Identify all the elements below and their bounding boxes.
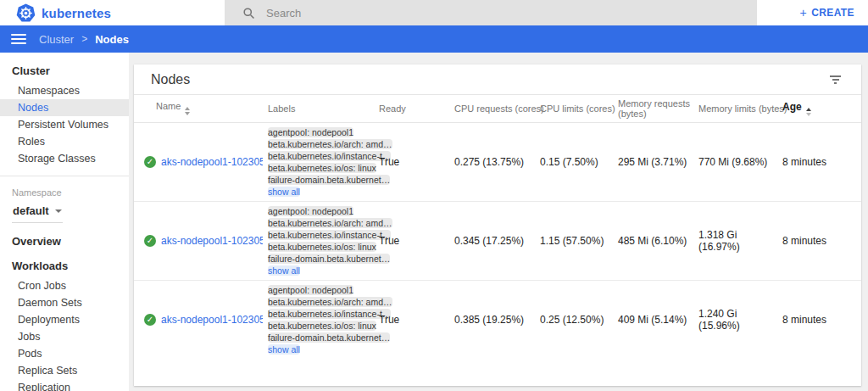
top-bar: kubernetes + CREATE bbox=[0, 0, 868, 25]
node-name-cell: ✓aks-nodepool1-10230590-vm… bbox=[134, 122, 268, 201]
sidebar-workloads-list: Cron JobsDaemon SetsDeploymentsJobsPodsR… bbox=[0, 277, 129, 391]
search-input[interactable] bbox=[266, 7, 673, 20]
sort-icon bbox=[806, 108, 811, 116]
show-all-button[interactable]: show all bbox=[268, 344, 300, 355]
status-ok-icon: ✓ bbox=[144, 235, 156, 247]
status-ok-icon: ✓ bbox=[144, 156, 156, 168]
hamburger-icon bbox=[11, 34, 26, 36]
node-labels-cell: agentpool: nodepool1beta.kubernetes.io/a… bbox=[268, 280, 379, 359]
node-memory-limits: 1.240 Gi (15.96%) bbox=[698, 280, 782, 359]
menu-button[interactable] bbox=[11, 31, 26, 47]
label-chip: beta.kubernetes.io/instance-t… bbox=[268, 309, 391, 319]
label-chip: failure-domain.beta.kubernet… bbox=[268, 332, 390, 343]
node-age: 8 minutes bbox=[782, 280, 861, 359]
node-name-cell: ✓aks-nodepool1-10230590-vm… bbox=[134, 201, 268, 280]
sidebar-item-persistent-volumes[interactable]: Persistent Volumes bbox=[0, 116, 129, 133]
sort-icon bbox=[185, 107, 190, 115]
node-memory-requests: 409 Mi (5.14%) bbox=[618, 280, 698, 359]
column-header-cpu-limits: CPU limits (cores) bbox=[540, 95, 618, 122]
column-header-ready: Ready bbox=[379, 95, 454, 122]
plus-icon: + bbox=[800, 8, 808, 18]
node-name-link[interactable]: aks-nodepool1-10230590-vm… bbox=[161, 156, 263, 168]
sidebar-item-replication-controllers[interactable]: Replication Controllers bbox=[0, 379, 129, 391]
sidebar: Cluster NamespacesNodesPersistent Volume… bbox=[0, 53, 129, 391]
nodes-table: Name Labels Ready CPU requests (cores) C… bbox=[134, 95, 861, 359]
sidebar-item-daemon-sets[interactable]: Daemon Sets bbox=[0, 294, 129, 311]
namespace-select[interactable]: default bbox=[12, 202, 63, 223]
sidebar-item-nodes[interactable]: Nodes bbox=[0, 99, 129, 116]
sidebar-item-roles[interactable]: Roles bbox=[0, 133, 129, 150]
node-ready: True bbox=[379, 201, 454, 280]
label-chip: beta.kubernetes.io/instance-t… bbox=[268, 151, 391, 161]
sidebar-item-storage-classes[interactable]: Storage Classes bbox=[0, 150, 129, 167]
breadcrumb-separator: > bbox=[81, 33, 87, 45]
content-area: Nodes Name Labels Ready bbox=[129, 53, 868, 391]
node-cpu-requests: 0.345 (17.25%) bbox=[454, 201, 540, 280]
kubernetes-helm-icon bbox=[16, 3, 36, 23]
node-cpu-requests: 0.275 (13.75%) bbox=[454, 122, 540, 201]
sidebar-item-pods[interactable]: Pods bbox=[0, 345, 129, 362]
column-header-memory-limits: Memory limits (bytes) bbox=[698, 95, 782, 122]
breadcrumb-bar: Cluster > Nodes bbox=[0, 25, 868, 53]
node-row: ✓aks-nodepool1-10230590-vm…agentpool: no… bbox=[134, 201, 861, 280]
kubernetes-logo[interactable]: kubernetes bbox=[0, 3, 111, 23]
label-chip: failure-domain.beta.kubernet… bbox=[268, 254, 390, 264]
node-age: 8 minutes bbox=[782, 201, 861, 280]
node-ready: True bbox=[379, 280, 454, 359]
sidebar-item-replica-sets[interactable]: Replica Sets bbox=[0, 362, 129, 379]
node-name-cell: ✓aks-nodepool1-10230590-vm… bbox=[134, 280, 268, 359]
node-labels-cell: agentpool: nodepool1beta.kubernetes.io/a… bbox=[268, 122, 379, 201]
nodes-card: Nodes Name Labels Ready bbox=[134, 64, 861, 386]
node-cpu-limits: 0.15 (7.50%) bbox=[540, 122, 618, 201]
sidebar-item-jobs[interactable]: Jobs bbox=[0, 328, 129, 345]
show-all-button[interactable]: show all bbox=[268, 187, 300, 197]
node-name-link[interactable]: aks-nodepool1-10230590-vm… bbox=[161, 314, 263, 326]
sidebar-item-cron-jobs[interactable]: Cron Jobs bbox=[0, 277, 129, 294]
node-row: ✓aks-nodepool1-10230590-vm…agentpool: no… bbox=[134, 280, 861, 359]
sidebar-header-workloads[interactable]: Workloads bbox=[0, 253, 129, 277]
chevron-down-icon bbox=[55, 209, 62, 213]
node-name-link[interactable]: aks-nodepool1-10230590-vm… bbox=[161, 235, 263, 247]
label-chip: beta.kubernetes.io/arch: amd… bbox=[268, 218, 392, 228]
filter-icon bbox=[830, 75, 841, 77]
node-cpu-limits: 1.15 (57.50%) bbox=[540, 201, 618, 280]
column-header-age[interactable]: Age bbox=[782, 95, 861, 122]
sidebar-item-deployments[interactable]: Deployments bbox=[0, 311, 129, 328]
card-header: Nodes bbox=[134, 64, 861, 95]
sidebar-item-namespaces[interactable]: Namespaces bbox=[0, 82, 129, 99]
search-bar[interactable] bbox=[225, 0, 757, 25]
page-title: Nodes bbox=[151, 72, 190, 87]
table-header-row: Name Labels Ready CPU requests (cores) C… bbox=[134, 95, 861, 122]
breadcrumb-parent[interactable]: Cluster bbox=[39, 33, 74, 46]
node-memory-requests: 485 Mi (6.10%) bbox=[618, 201, 698, 280]
show-all-button[interactable]: show all bbox=[268, 265, 300, 276]
label-chip: failure-domain.beta.kubernet… bbox=[268, 175, 390, 185]
node-memory-limits: 1.318 Gi (16.97%) bbox=[698, 201, 782, 280]
filter-button[interactable] bbox=[826, 70, 844, 89]
node-cpu-limits: 0.25 (12.50%) bbox=[540, 280, 618, 359]
node-memory-requests: 295 Mi (3.71%) bbox=[618, 122, 698, 201]
node-labels-cell: agentpool: nodepool1beta.kubernetes.io/a… bbox=[268, 201, 379, 280]
label-chip: agentpool: nodepool1 bbox=[268, 206, 353, 216]
search-icon bbox=[242, 7, 255, 20]
create-button[interactable]: + CREATE bbox=[800, 7, 854, 19]
column-header-name[interactable]: Name bbox=[134, 95, 268, 122]
node-age: 8 minutes bbox=[782, 122, 861, 201]
label-chip: agentpool: nodepool1 bbox=[268, 127, 353, 137]
namespace-value: default bbox=[13, 204, 49, 217]
label-chip: beta.kubernetes.io/os: linux bbox=[268, 242, 376, 252]
label-chip: agentpool: nodepool1 bbox=[268, 285, 353, 295]
label-chip: beta.kubernetes.io/arch: amd… bbox=[268, 297, 392, 307]
brand-name: kubernetes bbox=[42, 6, 111, 20]
breadcrumb-current: Nodes bbox=[95, 33, 129, 46]
column-header-labels: Labels bbox=[268, 95, 379, 122]
column-header-memory-requests: Memory requests (bytes) bbox=[618, 95, 698, 122]
create-button-label: CREATE bbox=[811, 7, 854, 19]
label-chip: beta.kubernetes.io/instance-t… bbox=[268, 230, 391, 240]
sidebar-header-cluster[interactable]: Cluster bbox=[0, 53, 129, 82]
node-row: ✓aks-nodepool1-10230590-vm…agentpool: no… bbox=[134, 122, 861, 201]
label-chip: beta.kubernetes.io/arch: amd… bbox=[268, 139, 392, 149]
sidebar-item-overview[interactable]: Overview bbox=[0, 223, 129, 253]
label-chip: beta.kubernetes.io/os: linux bbox=[268, 163, 376, 173]
label-chip: beta.kubernetes.io/os: linux bbox=[268, 321, 376, 331]
